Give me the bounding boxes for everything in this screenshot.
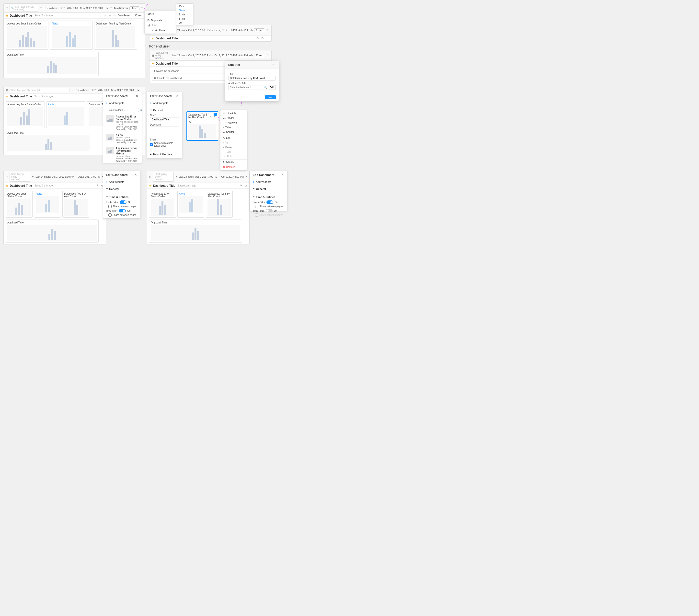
time-range-2[interactable]: Last 24 hours: Oct 1, 2017 3:00 PM → Oct… xyxy=(75,89,140,92)
enduser-refresh-btn[interactable]: 30 sec xyxy=(254,54,264,57)
title-input[interactable] xyxy=(228,76,276,80)
time-range-4[interactable]: Last 24 hours: Oct 1, 2017 3:00 PM → Oct… xyxy=(179,175,244,178)
ctx-down[interactable]: ↓ Down xyxy=(221,145,247,149)
edit-icon-4[interactable]: ✎ xyxy=(239,184,243,187)
author-refresh-btn[interactable]: 30 sec xyxy=(254,28,264,32)
link-input[interactable] xyxy=(228,85,263,90)
rotate-btn[interactable]: ↻ xyxy=(188,120,192,124)
widget-expand-btn[interactable]: 1 xyxy=(214,113,217,116)
refresh-off[interactable]: Off xyxy=(176,21,193,25)
refresh-dropdown-arrow-1[interactable]: ▼ xyxy=(141,7,143,9)
time-dropdown-4[interactable]: ▼ xyxy=(245,176,247,178)
ctx-remove[interactable]: ✕ Remove xyxy=(221,165,247,169)
entity-filter-right-toggle[interactable] xyxy=(266,200,273,204)
general-open-label: General xyxy=(153,109,163,112)
print-btn[interactable]: 🖨 Print xyxy=(145,23,176,28)
general-header-ter[interactable]: ▼ General xyxy=(253,186,284,192)
entity-share-checkbox[interactable] xyxy=(108,205,111,208)
time-range-1[interactable]: Last 24 hours: Oct 1, 2017 3:00 PM → Oct… xyxy=(43,7,108,10)
dropdown-arrow-4[interactable]: ▼ xyxy=(175,176,177,178)
edit-te-close-left[interactable]: ✕ xyxy=(134,173,137,177)
edit-icon-3[interactable]: ✎ xyxy=(96,184,100,187)
time-range-3[interactable]: Last 24 hours: Oct 1, 2017 3:00 PM → Oct… xyxy=(36,175,100,178)
time-filter-toggle[interactable] xyxy=(119,209,126,212)
edit-general-close[interactable]: ✕ xyxy=(175,94,179,98)
edit-te-close-right[interactable]: ✕ xyxy=(281,173,284,177)
ctx-narrower[interactable]: ⟼ Narrower xyxy=(221,120,247,125)
time-entities-open-header[interactable]: ▼ Time & Entities xyxy=(106,195,137,199)
general-open-header[interactable]: ▼ General xyxy=(150,108,179,113)
more-icon-1[interactable]: ⋯ xyxy=(113,14,117,17)
general-header-te[interactable]: ▼ General xyxy=(106,186,137,192)
search-input-2[interactable] xyxy=(108,109,139,112)
gen-desc-textarea[interactable] xyxy=(150,127,179,136)
add-widgets-btn-2[interactable]: + Add Widgets xyxy=(103,100,142,106)
author-star[interactable]: ★ xyxy=(151,37,154,40)
modal-close[interactable]: ✕ xyxy=(272,63,276,67)
time-entities-right-header[interactable]: ▼ Time & Entities xyxy=(253,195,284,199)
share-checkbox[interactable] xyxy=(150,143,153,146)
star-3[interactable]: ★ xyxy=(5,184,8,187)
add-widgets-btn-g[interactable]: + Add Widgets xyxy=(147,100,182,106)
refresh-1m[interactable]: 1 min xyxy=(176,12,193,17)
widget-edit-icon[interactable]: ✎ xyxy=(209,115,212,118)
ctx-right[interactable]: → Right xyxy=(221,154,247,159)
widget-list-item-3[interactable]: Application Server Performance Metrics N… xyxy=(103,145,142,163)
ctx-wider[interactable]: ⟺ Wider xyxy=(221,116,247,120)
dropdown-arrow-3[interactable]: ▼ xyxy=(32,176,34,178)
set-home-btn[interactable]: ⌂ Set As Home xyxy=(145,28,176,32)
refresh-30s[interactable]: 30 sec xyxy=(176,8,193,12)
author-more-icon[interactable]: ⋯ xyxy=(265,37,269,40)
add-widgets-te-right[interactable]: + Add Widgets xyxy=(250,179,287,185)
entity-share-right-checkbox[interactable] xyxy=(255,205,259,208)
author-edit-icon[interactable]: ✎ xyxy=(256,37,260,40)
entity-filter-label: Entity Filter xyxy=(106,201,118,204)
entity-search-2[interactable]: Start typing entity name(s)... xyxy=(10,88,69,92)
dropdown-arrow-1[interactable]: ▼ xyxy=(40,7,42,9)
ctx-hide-title[interactable]: 👁 Hide title xyxy=(221,111,247,116)
entity-search-4[interactable]: Start typing entity name(s)... xyxy=(153,172,174,182)
star-2[interactable]: ★ xyxy=(5,95,8,98)
time-dropdown-1[interactable]: ▼ xyxy=(110,7,112,9)
enduser-refresh-icon[interactable]: ↻ xyxy=(266,54,269,57)
enduser-star[interactable]: ★ xyxy=(151,62,154,65)
gen-title-input[interactable] xyxy=(150,117,179,122)
duplicate-btn[interactable]: ⧉ Duplicate xyxy=(145,18,176,23)
entity-search-3[interactable]: Start typing entity name(s)... xyxy=(10,172,30,182)
star-icon-1[interactable]: ★ xyxy=(5,14,8,17)
author-time-range[interactable]: Last 24 hours: Oct 1, 2017 3:00 PM → Oct… xyxy=(172,29,237,31)
enduser-search[interactable]: Start typing entity name(s)... xyxy=(155,51,171,60)
edit-panel-close-2[interactable]: ✕ xyxy=(135,94,139,98)
refresh-inline-btn-1[interactable]: 30 sec xyxy=(133,14,143,17)
ctx-up[interactable]: ↑ Up xyxy=(221,140,247,145)
widget-list-item-2[interactable]: Alerts No description. Source: Data Expl… xyxy=(103,132,142,145)
ctx-edit-title[interactable]: T Edit title xyxy=(221,160,247,165)
refresh-5m[interactable]: 5 min xyxy=(176,17,193,21)
entity-search-1[interactable]: 🔍 Start typing entity name(s)... xyxy=(10,5,38,12)
star-4[interactable]: ★ xyxy=(149,184,152,187)
copy-icon-4[interactable]: ⧉ xyxy=(244,184,247,187)
ctx-left[interactable]: ← Left xyxy=(221,149,247,154)
time-filter-right-toggle[interactable] xyxy=(266,209,273,212)
widget-list-item-1[interactable]: Access Log Error Status Codes Top 4xx an… xyxy=(103,114,142,132)
ctx-taller[interactable]: ↕ Taller xyxy=(221,125,247,130)
modal-save-btn[interactable]: Save xyxy=(265,95,276,100)
widget-title-alerts-1: Alerts xyxy=(52,22,91,25)
author-refresh-icon[interactable]: ↻ xyxy=(266,28,269,32)
entity-filter-toggle[interactable] xyxy=(120,200,127,204)
ctx-edit[interactable]: ✎ Edit xyxy=(221,135,247,140)
dropdown-arrow-2[interactable]: ▼ xyxy=(71,89,73,92)
time-dropdown-2[interactable]: ▼ xyxy=(141,89,143,92)
refresh-btn-1[interactable]: 30 sec xyxy=(129,6,140,10)
add-widgets-te-left[interactable]: + Add Widgets xyxy=(103,179,141,185)
refresh-15s[interactable]: 15 sec xyxy=(176,4,193,8)
time-entities-header-g[interactable]: ▶ Time & Entities xyxy=(150,152,179,157)
edit-icon-1[interactable]: ✎ xyxy=(104,14,107,17)
enduser-time-range[interactable]: Last 24 hours: Oct 1, 2017 3:00 PM → Oct… xyxy=(172,54,237,57)
copy-icon-1[interactable]: ⧉ xyxy=(108,14,111,17)
search-widgets-2[interactable]: 🔍 xyxy=(106,108,139,112)
add-link-btn[interactable]: Add xyxy=(268,85,276,90)
ctx-shorter[interactable]: ⇔ Shorter xyxy=(221,130,247,134)
time-share-checkbox[interactable] xyxy=(108,213,111,217)
author-copy-icon[interactable]: ⧉ xyxy=(261,37,264,40)
